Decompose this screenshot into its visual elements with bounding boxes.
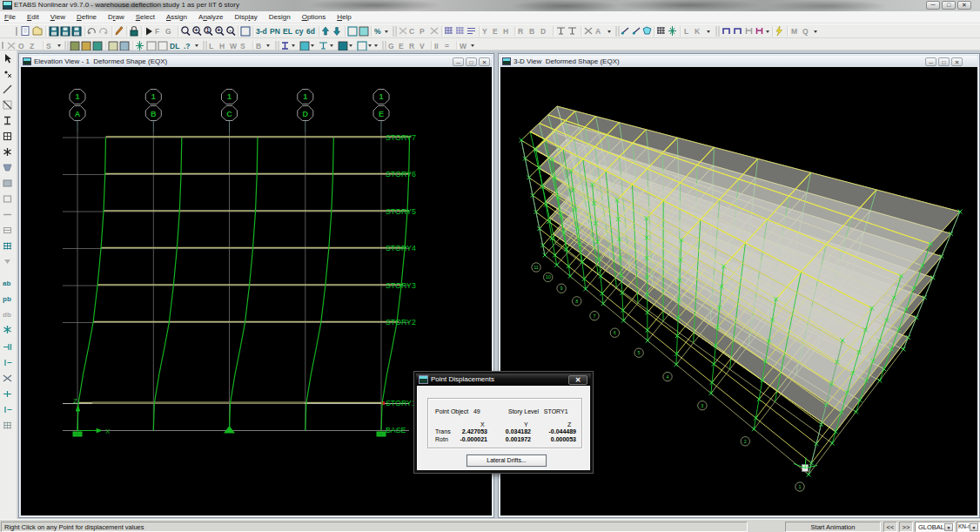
svg-text:Q: Q (802, 27, 809, 36)
svg-text:S: S (240, 42, 245, 51)
svg-text:pb: pb (3, 295, 11, 303)
svg-text:O: O (18, 42, 24, 51)
svg-text:D: D (540, 27, 546, 36)
svg-text:11: 11 (534, 265, 539, 270)
svg-text:STORY6: STORY6 (386, 170, 416, 178)
svg-text:+: + (218, 27, 221, 33)
svg-text:M: M (791, 27, 797, 36)
svg-text:1: 1 (151, 92, 156, 101)
svg-text:L: L (209, 42, 213, 51)
svg-text:1: 1 (75, 92, 79, 101)
svg-text:D: D (303, 110, 309, 118)
svg-text:1: 1 (206, 27, 210, 33)
svg-text:2: 2 (744, 439, 747, 444)
svg-text:PN: PN (270, 27, 280, 36)
svg-text:1: 1 (798, 484, 801, 489)
svg-text:BASE: BASE (386, 426, 406, 434)
svg-text:H: H (219, 42, 225, 51)
svg-text:.?: .? (184, 42, 191, 51)
svg-text:Z: Z (73, 397, 77, 405)
svg-text:A: A (595, 27, 601, 36)
svg-text:=: = (445, 42, 449, 51)
svg-text:G: G (388, 42, 394, 51)
svg-text:6: 6 (614, 330, 616, 335)
svg-text:E: E (399, 42, 404, 51)
svg-text:R: R (518, 27, 523, 36)
svg-text:db: db (3, 311, 11, 319)
svg-text:C: C (409, 27, 414, 36)
svg-text:F: F (155, 27, 159, 36)
svg-text:1: 1 (379, 92, 383, 101)
svg-text:Y: Y (482, 27, 487, 36)
svg-text:K: K (695, 27, 701, 36)
svg-text:X: X (105, 428, 111, 435)
svg-text:EL: EL (283, 27, 292, 36)
svg-text:A: A (75, 110, 81, 118)
svg-text:H: H (503, 27, 508, 36)
svg-text:DL: DL (170, 42, 179, 51)
svg-text:L: L (684, 27, 688, 36)
svg-text:3-d: 3-d (256, 27, 267, 36)
svg-text:B: B (529, 27, 534, 36)
svg-text:%: % (374, 27, 381, 36)
svg-text:9: 9 (560, 286, 563, 291)
svg-text:STORY5: STORY5 (386, 207, 416, 216)
svg-text:8: 8 (575, 299, 578, 304)
svg-text:STORY2: STORY2 (386, 318, 416, 327)
svg-text:S: S (46, 42, 51, 51)
svg-text:E: E (493, 27, 498, 36)
svg-text:W: W (460, 42, 467, 51)
svg-text:R: R (409, 42, 414, 51)
svg-text:STORY3: STORY3 (386, 281, 416, 290)
svg-text:7: 7 (593, 313, 595, 319)
svg-text:6d: 6d (306, 27, 315, 36)
svg-text:STORY4: STORY4 (386, 244, 416, 253)
svg-text:B: B (151, 110, 157, 118)
svg-text:cy: cy (295, 27, 304, 36)
svg-text:II: II (434, 42, 439, 51)
svg-text:P: P (420, 27, 425, 36)
svg-text:-: - (229, 27, 231, 33)
svg-text:C: C (226, 110, 232, 118)
svg-text:V: V (420, 42, 425, 51)
svg-text:+: + (195, 27, 198, 33)
svg-text:Z: Z (30, 42, 34, 51)
svg-text:1: 1 (227, 92, 232, 101)
svg-text:W: W (230, 42, 238, 51)
svg-text:3: 3 (701, 403, 703, 408)
svg-text:4: 4 (666, 374, 668, 380)
svg-text:ab: ab (3, 279, 10, 287)
svg-text:STORY1: STORY1 (386, 399, 416, 407)
svg-text:STORY7: STORY7 (386, 133, 416, 142)
svg-text:B: B (256, 42, 261, 51)
svg-text:1: 1 (303, 92, 307, 101)
svg-text:10: 10 (546, 274, 551, 279)
svg-text:E: E (379, 110, 384, 118)
svg-text:5: 5 (638, 350, 641, 355)
svg-text:G: G (165, 27, 171, 36)
